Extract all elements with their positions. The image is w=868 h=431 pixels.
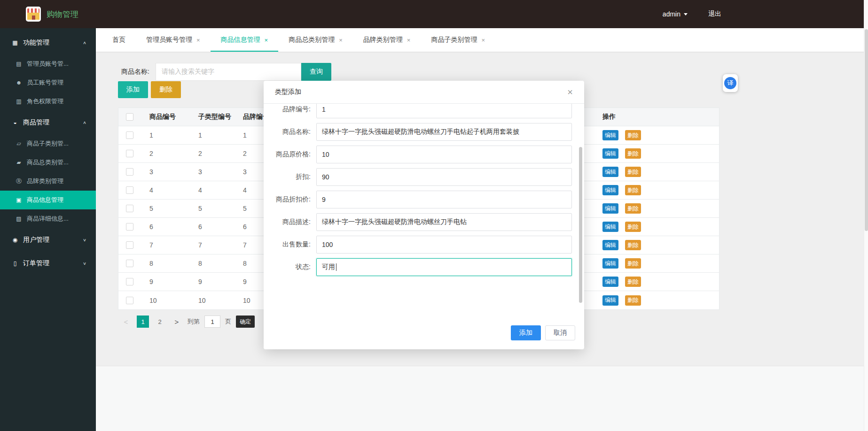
tab-close-icon[interactable]: ×	[481, 37, 485, 44]
chevron-down-icon: ∨	[83, 261, 86, 266]
form-input[interactable]: 10	[316, 146, 572, 163]
prev-page-button[interactable]: <	[120, 316, 132, 328]
sidebar-item[interactable]: ▤管理员账号管...	[0, 54, 96, 73]
table-cell: 10	[141, 297, 190, 304]
form-row: 商品折扣价:9	[275, 191, 572, 208]
sidebar-item-label: 角色权限管理	[27, 97, 63, 106]
delete-row-button[interactable]: 删除	[625, 258, 641, 269]
goto-page-input[interactable]: 1	[204, 316, 220, 328]
edit-row-button[interactable]: 编辑	[602, 185, 618, 195]
tab-close-icon[interactable]: ×	[339, 37, 343, 44]
edit-row-button[interactable]: 编辑	[602, 148, 618, 159]
search-label: 商品名称:	[121, 68, 149, 76]
delete-row-button[interactable]: 删除	[625, 240, 641, 250]
page-button[interactable]: 2	[154, 316, 166, 328]
translate-popup[interactable]: 译	[723, 74, 738, 92]
row-checkbox[interactable]	[126, 131, 133, 139]
sidebar-item[interactable]: ▱商品子类别管...	[0, 134, 96, 153]
tab[interactable]: 商品总类别管理×	[278, 28, 353, 52]
confirm-page-button[interactable]: 确定	[236, 316, 255, 328]
delete-row-button[interactable]: 删除	[625, 295, 641, 306]
modal-header: 类型添加 ×	[264, 81, 584, 104]
row-checkbox[interactable]	[126, 205, 133, 212]
sidebar-item[interactable]: ◉用户管理∨	[0, 228, 96, 252]
tab-close-icon[interactable]: ×	[407, 37, 411, 44]
delete-button[interactable]: 删除	[151, 81, 181, 98]
delete-row-button[interactable]: 删除	[625, 203, 641, 214]
table-cell: 10	[190, 297, 235, 304]
modal-add-button[interactable]: 添加	[511, 325, 541, 340]
table-cell: 8	[141, 260, 190, 267]
row-checkbox[interactable]	[126, 297, 133, 304]
row-actions: 编辑删除	[602, 277, 719, 287]
form-input[interactable]: 90	[316, 168, 572, 186]
close-icon[interactable]: ×	[567, 87, 573, 97]
chevron-up-icon: ∧	[83, 40, 86, 45]
user-menu[interactable]: admin	[663, 10, 688, 18]
table-cell: 9	[141, 278, 190, 285]
form-label: 折扣:	[275, 172, 311, 182]
delete-row-button[interactable]: 删除	[625, 167, 641, 177]
form-input[interactable]: 100	[316, 236, 572, 254]
next-page-button[interactable]: >	[171, 316, 183, 328]
tab-close-icon[interactable]: ×	[196, 37, 200, 44]
tab-close-icon[interactable]: ×	[265, 37, 268, 44]
modal-cancel-button[interactable]: 取消	[545, 325, 575, 340]
row-checkbox[interactable]	[126, 260, 133, 267]
sidebar-item[interactable]: ▦功能管理∧	[0, 31, 96, 54]
sidebar-item[interactable]: ◒商品管理∧	[0, 111, 96, 134]
tab[interactable]: 商品子类别管理×	[421, 28, 495, 52]
edit-row-button[interactable]: 编辑	[602, 240, 618, 250]
text-caret	[336, 263, 336, 271]
form-input[interactable]: 绿林十字一字批头强磁超硬防滑电动螺丝刀手电钻起子机两用套装披	[316, 123, 572, 141]
row-checkbox[interactable]	[126, 278, 133, 285]
edit-row-button[interactable]: 编辑	[602, 277, 618, 287]
row-checkbox[interactable]	[126, 168, 133, 176]
edit-row-button[interactable]: 编辑	[602, 258, 618, 269]
page-scrollbar-thumb[interactable]	[865, 29, 868, 231]
modal-scrollbar-thumb[interactable]	[579, 147, 582, 303]
tab[interactable]: 商品信息管理×	[211, 28, 279, 52]
tab[interactable]: 品牌类别管理×	[353, 28, 421, 52]
edit-row-button[interactable]: 编辑	[602, 295, 618, 306]
search-input[interactable]: 请输入搜索关键字	[156, 63, 301, 81]
sidebar-item[interactable]: ▣商品信息管理	[0, 191, 96, 209]
logout-link[interactable]: 退出	[708, 10, 721, 18]
tab-bar: 首页管理员账号管理×商品信息管理×商品总类别管理×品牌类别管理×商品子类别管理×	[96, 28, 868, 52]
sidebar-item[interactable]: ▯订单管理∨	[0, 252, 96, 275]
row-actions: 编辑删除	[602, 222, 719, 232]
sidebar-item[interactable]: ☻员工账号管理	[0, 73, 96, 92]
delete-row-button[interactable]: 删除	[625, 130, 641, 140]
table-cell: 1	[141, 131, 190, 139]
row-checkbox[interactable]	[126, 241, 133, 249]
sidebar-item[interactable]: ▨商品详细信息...	[0, 209, 96, 228]
edit-row-button[interactable]: 编辑	[602, 222, 618, 232]
form-input[interactable]: 9	[316, 191, 572, 208]
page-button[interactable]: 1	[137, 316, 149, 328]
sidebar-item[interactable]: ▰商品总类别管...	[0, 153, 96, 172]
sidebar-item[interactable]: ▥角色权限管理	[0, 92, 96, 111]
form-input[interactable]: 绿林十字一字批头强磁超硬防滑电动螺丝刀手电钻	[316, 213, 572, 231]
tab[interactable]: 管理员账号管理×	[136, 28, 211, 52]
add-button[interactable]: 添加	[118, 81, 148, 98]
delete-row-button[interactable]: 删除	[625, 277, 641, 287]
row-checkbox[interactable]	[126, 223, 133, 231]
delete-row-button[interactable]: 删除	[625, 185, 641, 195]
form-row: 商品描述:绿林十字一字批头强磁超硬防滑电动螺丝刀手电钻	[275, 213, 572, 231]
row-checkbox[interactable]	[126, 150, 133, 157]
edit-row-button[interactable]: 编辑	[602, 130, 618, 140]
sidebar-item[interactable]: Ⓡ品牌类别管理	[0, 172, 96, 191]
delete-row-button[interactable]: 删除	[625, 148, 641, 159]
modal-form: 品牌编号:1商品名称:绿林十字一字批头强磁超硬防滑电动螺丝刀手电钻起子机两用套装…	[275, 104, 572, 276]
table-cell: 6	[141, 223, 190, 231]
query-button[interactable]: 查询	[301, 63, 331, 81]
edit-row-button[interactable]: 编辑	[602, 203, 618, 214]
select-all-checkbox[interactable]	[126, 113, 133, 121]
row-checkbox[interactable]	[126, 186, 133, 194]
edit-row-button[interactable]: 编辑	[602, 167, 618, 177]
form-input[interactable]: 可用	[316, 258, 572, 276]
tab[interactable]: 首页	[102, 28, 136, 52]
form-label: 品牌编号:	[275, 104, 311, 115]
delete-row-button[interactable]: 删除	[625, 222, 641, 232]
form-input[interactable]: 1	[316, 104, 572, 118]
